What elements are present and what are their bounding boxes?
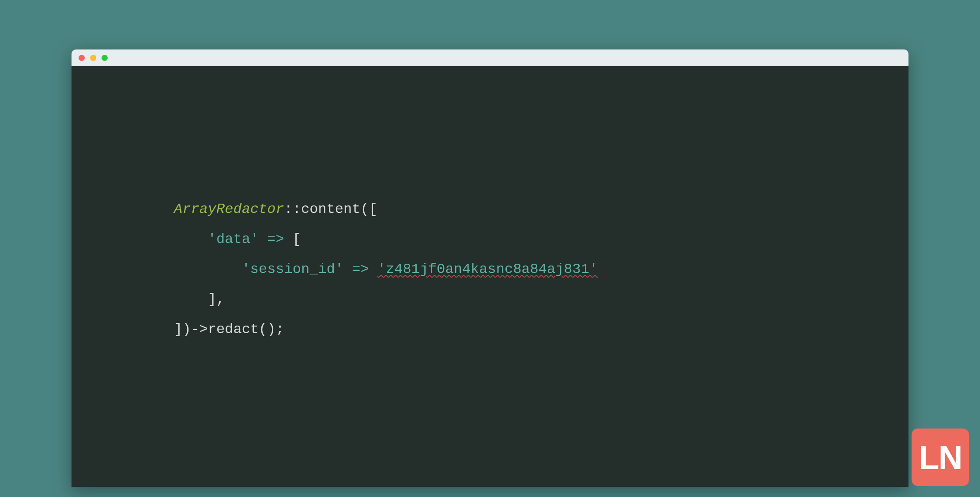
- code-block: ArrayRedactor::content([ 'data' => [ 'se…: [174, 194, 598, 345]
- token-call-tail: ();: [259, 321, 284, 338]
- token-arrow: =>: [343, 261, 377, 277]
- logo-badge: LN: [912, 429, 969, 486]
- token-scope: ::: [284, 201, 301, 217]
- token-arrow: =>: [259, 231, 293, 247]
- token-class: ArrayRedactor: [174, 201, 284, 217]
- token-open-bracket: ([: [360, 201, 377, 217]
- token-close-chain: ])->: [174, 321, 208, 338]
- token-indent: [174, 231, 208, 247]
- logo-text: LN: [919, 438, 961, 477]
- window-titlebar: [72, 49, 908, 66]
- maximize-icon[interactable]: [102, 55, 108, 61]
- token-string-key: 'data': [208, 231, 259, 247]
- token-string-value-squiggle: 'z481jf0an4kasnc8a84aj831': [377, 261, 598, 277]
- token-indent: [174, 261, 242, 277]
- token-method: content: [301, 201, 360, 217]
- code-editor: ArrayRedactor::content([ 'data' => [ 'se…: [72, 66, 908, 487]
- close-icon[interactable]: [79, 55, 85, 61]
- minimize-icon[interactable]: [90, 55, 96, 61]
- token-close-bracket: ],: [208, 291, 225, 307]
- token-open-bracket: [: [293, 231, 301, 247]
- editor-window: ArrayRedactor::content([ 'data' => [ 'se…: [72, 49, 908, 487]
- token-method: redact: [208, 321, 259, 338]
- token-string-key: 'session_id': [242, 261, 343, 277]
- token-indent: [174, 291, 208, 307]
